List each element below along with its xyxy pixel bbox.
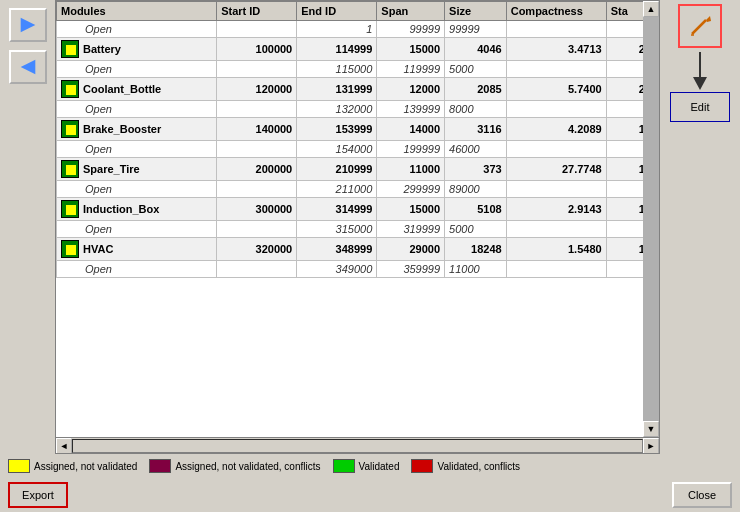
- open-row-label: Open: [57, 61, 217, 78]
- cell-size: 46000: [445, 141, 507, 158]
- forward-nav-button[interactable]: [9, 8, 47, 42]
- cell-status: [606, 101, 643, 118]
- cell-compactness: 5.7400: [506, 78, 606, 101]
- cell-compactness: [506, 221, 606, 238]
- module-name: Spare_Tire: [83, 163, 140, 175]
- table-header-row: Modules Start ID End ID Span Size Compac…: [57, 2, 644, 21]
- legend-assigned-conflicts: Assigned, not validated, conflicts: [149, 459, 320, 473]
- table-row[interactable]: Spare_Tire2000002109991100037327.774810: [57, 158, 644, 181]
- table-row[interactable]: Open34900035999911000: [57, 261, 644, 278]
- module-icon: [61, 120, 79, 138]
- cell-end-id: 1: [297, 21, 377, 38]
- cell-span: 12000: [377, 78, 445, 101]
- horizontal-scroll-track[interactable]: [72, 439, 643, 453]
- cell-span: 11000: [377, 158, 445, 181]
- col-start-id: Start ID: [217, 2, 297, 21]
- cell-start_id: 120000: [217, 78, 297, 101]
- cell-compactness: 2.9143: [506, 198, 606, 221]
- cell-status: [606, 21, 643, 38]
- scroll-up-button[interactable]: ▲: [643, 1, 659, 17]
- module-name: Brake_Booster: [83, 123, 161, 135]
- col-size: Size: [445, 2, 507, 21]
- cell-compactness: [506, 61, 606, 78]
- svg-line-2: [692, 20, 706, 34]
- scroll-right-button[interactable]: ►: [643, 438, 659, 454]
- table-row[interactable]: Open1320001399998000: [57, 101, 644, 118]
- cell-compactness: [506, 141, 606, 158]
- module-icon: [61, 80, 79, 98]
- cell-span: 299999: [377, 181, 445, 198]
- legend-label-assigned: Assigned, not validated: [34, 461, 137, 472]
- svg-marker-7: [693, 77, 707, 90]
- edit-pen-button[interactable]: [678, 4, 722, 48]
- cell-size: 2085: [445, 78, 507, 101]
- cell-status: 10: [606, 118, 643, 141]
- cell-size: 11000: [445, 261, 507, 278]
- back-nav-button[interactable]: [9, 50, 47, 84]
- cell-size: 373: [445, 158, 507, 181]
- cell-status: 10: [606, 158, 643, 181]
- cell-end_id: 153999: [297, 118, 377, 141]
- cell-span: 14000: [377, 118, 445, 141]
- top-area: Modules Start ID End ID Span Size Compac…: [0, 0, 740, 454]
- cell-end_id: 210999: [297, 158, 377, 181]
- cell-status: 25: [606, 38, 643, 61]
- table-row[interactable]: Open21100029999989000: [57, 181, 644, 198]
- module-name: Coolant_Bottle: [83, 83, 161, 95]
- table-row[interactable]: Brake_Booster1400001539991400031164.2089…: [57, 118, 644, 141]
- right-panel: Edit: [660, 0, 740, 454]
- legend-validated: Validated: [333, 459, 400, 473]
- scroll-down-button[interactable]: ▼: [643, 421, 659, 437]
- table-row[interactable]: Induction_Box3000003149991500051082.9143…: [57, 198, 644, 221]
- table-row[interactable]: Open3150003199995000: [57, 221, 644, 238]
- bottom-bar: Export Close: [0, 478, 740, 512]
- module-name: HVAC: [83, 243, 113, 255]
- cell-start_id: 320000: [217, 238, 297, 261]
- legend-color-conflicts: [149, 459, 171, 473]
- cell-compactness: [506, 181, 606, 198]
- module-name: Battery: [83, 43, 121, 55]
- cell-status: 25: [606, 78, 643, 101]
- cell-end-id: 154000: [297, 141, 377, 158]
- export-button[interactable]: Export: [8, 482, 68, 508]
- col-modules: Modules: [57, 2, 217, 21]
- table-row[interactable]: HVAC32000034899929000182481.548010: [57, 238, 644, 261]
- cell-end-id: 211000: [297, 181, 377, 198]
- svg-marker-1: [20, 60, 35, 75]
- table-row[interactable]: Battery1000001149991500040463.471325: [57, 38, 644, 61]
- col-span: Span: [377, 2, 445, 21]
- edit-button[interactable]: Edit: [670, 92, 730, 122]
- cell-size: 18248: [445, 238, 507, 261]
- table-row[interactable]: Open1150001199995000: [57, 61, 644, 78]
- cell-size: 4046: [445, 38, 507, 61]
- table-wrapper: Modules Start ID End ID Span Size Compac…: [56, 1, 659, 437]
- vertical-scrollbar[interactable]: ▲ ▼: [643, 1, 659, 437]
- legend-validated-conflicts: Validated, conflicts: [411, 459, 520, 473]
- cell-span: 119999: [377, 61, 445, 78]
- cell-span: 359999: [377, 261, 445, 278]
- close-button[interactable]: Close: [672, 482, 732, 508]
- table-row[interactable]: Open19999999999: [57, 21, 644, 38]
- scroll-track[interactable]: [643, 17, 659, 421]
- left-nav: [0, 0, 55, 454]
- legend-label-validated: Validated: [359, 461, 400, 472]
- open-row-label: Open: [57, 101, 217, 118]
- module-icon: [61, 200, 79, 218]
- table-row[interactable]: Open15400019999946000: [57, 141, 644, 158]
- cell-end-id: 115000: [297, 61, 377, 78]
- table-scroll[interactable]: Modules Start ID End ID Span Size Compac…: [56, 1, 643, 437]
- cell-size: 5000: [445, 61, 507, 78]
- cell-start_id: 100000: [217, 38, 297, 61]
- legend-label-conflicts: Assigned, not validated, conflicts: [175, 461, 320, 472]
- table-row[interactable]: Coolant_Bottle1200001319991200020855.740…: [57, 78, 644, 101]
- cell-start-id: [217, 101, 297, 118]
- cell-end-id: 349000: [297, 261, 377, 278]
- cell-status: 10: [606, 238, 643, 261]
- cell-size: 3116: [445, 118, 507, 141]
- cell-compactness: [506, 21, 606, 38]
- scroll-left-button[interactable]: ◄: [56, 438, 72, 454]
- horizontal-scrollbar[interactable]: ◄ ►: [56, 437, 659, 453]
- cell-span: 29000: [377, 238, 445, 261]
- cell-compactness: 27.7748: [506, 158, 606, 181]
- cell-compactness: [506, 261, 606, 278]
